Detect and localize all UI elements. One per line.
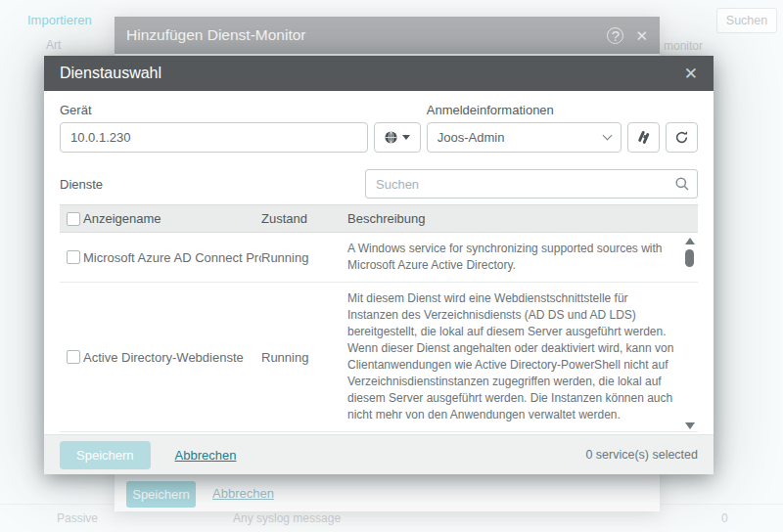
modal-body: Gerät Anmeldeinformationen Joos-Admin	[44, 91, 714, 434]
close-icon[interactable]: ✕	[684, 66, 698, 82]
service-state: Running	[261, 250, 347, 265]
device-type-dropdown-button[interactable]	[374, 122, 421, 153]
scroll-up-icon[interactable]	[685, 238, 695, 244]
caret-down-icon	[402, 135, 410, 140]
services-table-body: Microsoft Azure AD Connect Pro... Runnin…	[60, 233, 698, 434]
search-icon	[674, 176, 690, 192]
service-description: A Windows service for synchronizing supp…	[347, 241, 698, 274]
table-row[interactable]: Gatewaydienst auf Anwendungs... Stopped …	[60, 432, 698, 434]
chevron-down-icon	[603, 131, 613, 141]
service-name: Microsoft Azure AD Connect Pro...	[83, 250, 261, 265]
column-header-name[interactable]: Anzeigename	[83, 211, 261, 226]
binoculars-icon	[636, 130, 652, 146]
select-all-checkbox[interactable]	[67, 212, 80, 226]
service-name: Active Directory-Webdienste	[83, 350, 261, 365]
table-row[interactable]: Active Directory-Webdienste Running Mit …	[60, 283, 698, 432]
table-header: Anzeigename Zustand Beschreibung	[60, 204, 698, 233]
credentials-select[interactable]: Joos-Admin	[427, 122, 622, 153]
credentials-label: Anmeldeinformationen	[427, 103, 698, 117]
cancel-link[interactable]: Abbrechen	[175, 448, 237, 463]
globe-icon	[384, 130, 398, 145]
device-input[interactable]	[60, 122, 368, 153]
services-search	[365, 169, 698, 199]
service-selection-modal: Dienstauswahl ✕ Gerät Anmeldeinformation…	[44, 56, 714, 474]
row-checkbox[interactable]	[67, 250, 80, 264]
scrollbar-thumb[interactable]	[685, 249, 694, 267]
service-state: Running	[261, 350, 347, 365]
modal-footer: Speichern Abbrechen 0 service(s) selecte…	[44, 434, 714, 474]
column-header-description[interactable]: Beschreibung	[347, 211, 698, 226]
services-search-input[interactable]	[365, 169, 698, 199]
scroll-down-icon[interactable]	[685, 422, 695, 429]
refresh-services-button[interactable]	[666, 122, 698, 153]
browse-credentials-button[interactable]	[627, 122, 660, 153]
modal-header: Dienstauswahl ✕	[44, 56, 714, 91]
row-checkbox[interactable]	[67, 350, 80, 364]
table-scrollbar[interactable]	[683, 236, 695, 431]
credentials-selected-value: Joos-Admin	[438, 130, 604, 145]
modal-title: Dienstauswahl	[60, 65, 684, 82]
selected-count: 0 service(s) selected	[585, 448, 698, 462]
services-label: Dienste	[60, 177, 103, 192]
column-header-state[interactable]: Zustand	[261, 211, 347, 226]
save-button[interactable]: Speichern	[60, 441, 151, 469]
device-label: Gerät	[60, 103, 421, 117]
table-row[interactable]: Microsoft Azure AD Connect Pro... Runnin…	[60, 233, 698, 283]
service-description: Mit diesem Dienst wird eine Webdienstsch…	[347, 290, 698, 423]
refresh-icon	[674, 130, 689, 145]
